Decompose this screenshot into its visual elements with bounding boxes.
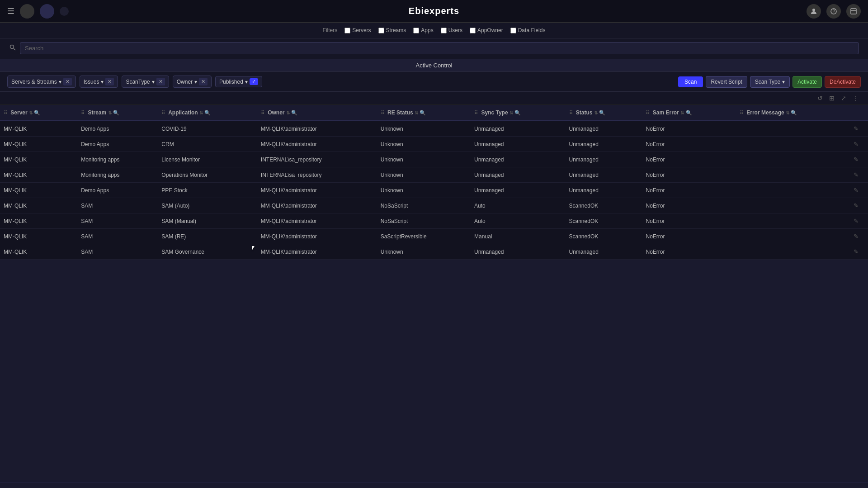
sync-type-search-icon[interactable]: 🔍 <box>514 110 521 115</box>
server-sort-icon[interactable]: ⇅ <box>29 110 33 115</box>
row-edit-icon[interactable]: ✎ <box>854 233 859 240</box>
application-sort-icon[interactable]: ⇅ <box>199 110 203 115</box>
svg-line-6 <box>14 48 15 50</box>
deactivate-button[interactable]: DeActivate <box>825 76 861 88</box>
fullscreen-icon[interactable]: ⤢ <box>839 94 848 103</box>
stream-drag-icon[interactable]: ⠿ <box>81 110 85 116</box>
col-header-status: ⠿ Status ⇅ 🔍 <box>566 105 642 121</box>
refresh-icon[interactable]: ↺ <box>816 94 825 103</box>
scantype-clear-button[interactable]: ✕ <box>156 78 165 85</box>
cell-edit: ✎ <box>850 198 868 213</box>
row-edit-icon[interactable]: ✎ <box>854 202 859 209</box>
application-search-icon[interactable]: 🔍 <box>204 110 211 115</box>
revert-script-button[interactable]: Revert Script <box>706 76 747 88</box>
issues-dropdown[interactable]: Issues ▾ ✕ <box>80 76 118 88</box>
cell-re_status: Unknown <box>377 152 471 167</box>
stream-sort-icon[interactable]: ⇅ <box>108 110 112 115</box>
row-edit-icon[interactable]: ✎ <box>854 125 859 132</box>
sam-error-search-icon[interactable]: 🔍 <box>686 110 692 115</box>
cell-stream: Demo Apps <box>77 183 158 198</box>
row-edit-icon[interactable]: ✎ <box>854 187 859 194</box>
cell-owner: MM-QLIK\administrator <box>257 229 377 244</box>
row-edit-icon[interactable]: ✎ <box>854 248 859 255</box>
filter-appowner-checkbox[interactable] <box>470 28 476 33</box>
filter-datafields: Data Fields <box>510 27 546 33</box>
server-drag-icon[interactable]: ⠿ <box>4 110 7 116</box>
filter-servers-checkbox[interactable] <box>344 28 350 33</box>
servers-streams-dropdown[interactable]: Servers & Streams ▾ ✕ <box>7 76 76 88</box>
status-sort-icon[interactable]: ⇅ <box>594 110 598 115</box>
owner-clear-button[interactable]: ✕ <box>199 78 208 85</box>
more-options-icon[interactable]: ⋮ <box>851 94 861 103</box>
search-icon <box>9 44 16 52</box>
cell-sync_type: Unmanaged <box>471 167 565 183</box>
filter-datafields-label: Data Fields <box>518 27 546 33</box>
window-icon[interactable] <box>846 4 861 19</box>
cell-application: SAM Governance <box>158 244 257 260</box>
re-status-search-icon[interactable]: 🔍 <box>420 110 426 115</box>
scan-type-button[interactable]: Scan Type ▾ <box>750 76 790 88</box>
error-message-search-icon[interactable]: 🔍 <box>791 110 797 115</box>
re-status-sort-icon[interactable]: ⇅ <box>415 110 418 115</box>
sync-type-sort-icon[interactable]: ⇅ <box>509 110 513 115</box>
cell-owner: MM-QLIK\administrator <box>257 183 377 198</box>
cell-stream: SAM <box>77 244 158 260</box>
re-status-col-label: RE Status <box>387 109 413 116</box>
cell-sync_type: Auto <box>471 198 565 213</box>
cell-owner: MM-QLIK\administrator <box>257 137 377 152</box>
cell-error_message <box>736 152 850 167</box>
scan-button[interactable]: Scan <box>678 76 703 87</box>
search-input[interactable] <box>20 42 859 54</box>
help-icon[interactable]: ? <box>826 4 841 19</box>
activate-button[interactable]: Activate <box>793 76 822 88</box>
table-row: MM-QLIKSAMSAM (RE)MM-QLIK\administratorS… <box>0 229 868 244</box>
cell-re_status: NoSaScript <box>377 198 471 213</box>
table-body: MM-QLIKDemo AppsCOVID-19MM-QLIK\administ… <box>0 121 868 260</box>
bottom-scrollbar[interactable] <box>0 483 868 488</box>
cell-server: MM-QLIK <box>0 167 77 183</box>
filter-datafields-checkbox[interactable] <box>510 28 516 33</box>
re-status-drag-icon[interactable]: ⠿ <box>381 110 384 116</box>
servers-streams-clear-button[interactable]: ✕ <box>63 78 72 85</box>
user-profile-icon[interactable] <box>807 4 821 19</box>
issues-clear-button[interactable]: ✕ <box>105 78 114 85</box>
application-drag-icon[interactable]: ⠿ <box>161 110 165 116</box>
filter-streams-checkbox[interactable] <box>378 28 384 33</box>
error-message-drag-icon[interactable]: ⠿ <box>740 110 743 116</box>
owner-sort-icon[interactable]: ⇅ <box>286 110 290 115</box>
cell-sam_error: NoError <box>642 137 736 152</box>
owner-search-icon[interactable]: 🔍 <box>291 110 297 115</box>
cell-edit: ✎ <box>850 244 868 260</box>
status-search-icon[interactable]: 🔍 <box>599 110 605 115</box>
owner-dropdown[interactable]: Owner ▾ ✕ <box>173 76 212 88</box>
menu-hamburger-icon[interactable]: ☰ <box>7 6 14 16</box>
filter-users-checkbox[interactable] <box>441 28 447 33</box>
cell-re_status: Unknown <box>377 244 471 260</box>
sam-error-drag-icon[interactable]: ⠿ <box>646 110 649 116</box>
sam-error-sort-icon[interactable]: ⇅ <box>680 110 684 115</box>
sync-type-drag-icon[interactable]: ⠿ <box>474 110 478 116</box>
owner-drag-icon[interactable]: ⠿ <box>261 110 264 116</box>
server-search-icon[interactable]: 🔍 <box>34 110 40 115</box>
cell-owner: MM-QLIK\administrator <box>257 198 377 213</box>
scantype-dropdown[interactable]: ScanType ▾ ✕ <box>122 76 169 88</box>
published-dropdown[interactable]: Published ▾ ✓ <box>215 76 262 87</box>
columns-icon[interactable]: ⊞ <box>827 94 836 103</box>
row-edit-icon[interactable]: ✎ <box>854 218 859 224</box>
cell-sam_error: NoError <box>642 213 736 229</box>
sam-error-col-label: Sam Error <box>653 109 679 116</box>
filter-streams-label: Streams <box>386 27 406 33</box>
published-clear-button[interactable]: ✓ <box>250 78 258 85</box>
cell-status: Unmanaged <box>566 152 642 167</box>
col-header-actions <box>850 105 868 121</box>
row-edit-icon[interactable]: ✎ <box>854 171 859 178</box>
nav-avatar-1 <box>20 4 34 19</box>
cell-server: MM-QLIK <box>0 213 77 229</box>
stream-search-icon[interactable]: 🔍 <box>113 110 119 115</box>
status-drag-icon[interactable]: ⠿ <box>569 110 573 116</box>
row-edit-icon[interactable]: ✎ <box>854 156 859 163</box>
cell-re_status: Unknown <box>377 183 471 198</box>
filter-apps-checkbox[interactable] <box>413 28 419 33</box>
error-message-sort-icon[interactable]: ⇅ <box>786 110 789 115</box>
row-edit-icon[interactable]: ✎ <box>854 141 859 147</box>
